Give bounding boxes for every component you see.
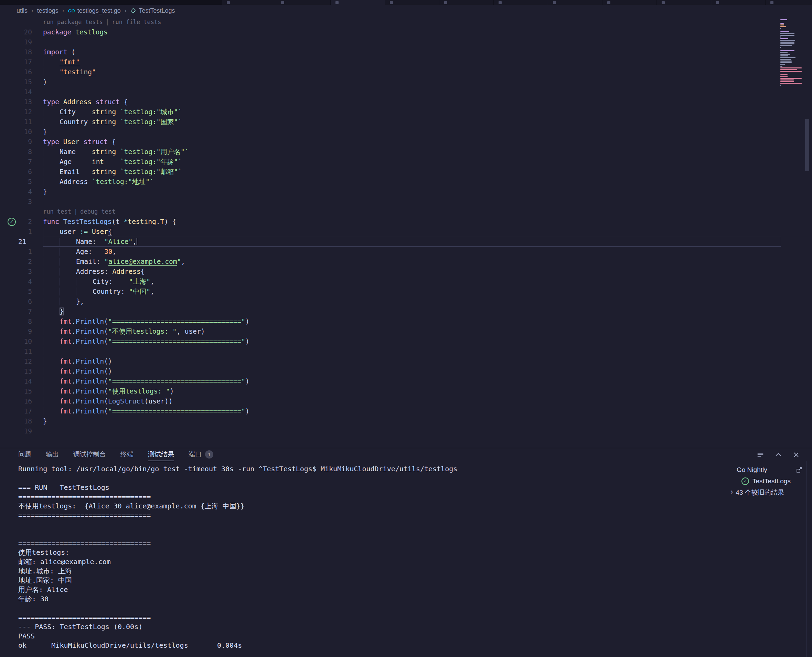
code-line[interactable]: 3 [0, 197, 812, 207]
editor-tab[interactable] [711, 0, 765, 5]
code-line[interactable]: 6 }, [0, 296, 812, 307]
code-line[interactable]: 13 fmt.Println() [0, 366, 812, 376]
editor-tab[interactable] [222, 0, 276, 5]
editor-tab[interactable] [548, 0, 602, 5]
panel-tab-problems[interactable]: 问题 [18, 448, 31, 461]
breadcrumb-item-testtestlogs[interactable]: TestTestLogs [130, 7, 175, 14]
open-test-result-icon[interactable] [795, 466, 803, 474]
minimap-line [780, 25, 784, 25]
code-line[interactable]: 18} [0, 416, 812, 426]
code-line[interactable]: 12 fmt.Println() [0, 357, 812, 366]
editor-tab[interactable] [440, 0, 494, 5]
code-token: struct [96, 98, 120, 106]
editor-tab[interactable] [385, 0, 440, 5]
line-number: 15 [0, 77, 43, 87]
code-token: package [43, 28, 71, 36]
code-line[interactable]: 6 Email string `testlog:"邮箱"` [0, 167, 812, 177]
line-gutter: 15 [0, 77, 43, 87]
bracket-match: } [59, 308, 64, 315]
code-line[interactable]: 19 [0, 37, 812, 47]
codelens-link[interactable]: run package tests [43, 17, 103, 27]
breadcrumb-item-utils[interactable]: utils [17, 7, 28, 14]
line-gutter: 15 [0, 386, 43, 396]
code-line[interactable]: 9 fmt.Println("不使用testlogs: ", user) [0, 327, 812, 336]
code-token: Println [76, 397, 104, 405]
codelens-link[interactable]: run file tests [112, 17, 161, 27]
code-line[interactable]: 7 Age int `testlog:"年龄"` [0, 157, 812, 167]
code-token: ) { [164, 218, 176, 226]
code-token [88, 228, 92, 236]
breadcrumb-item-testlogs[interactable]: testlogs [37, 7, 59, 14]
panel-menu-icon[interactable] [756, 451, 765, 459]
code-line[interactable]: 5 Country: "中国", [0, 286, 812, 296]
code-token: } [43, 188, 47, 196]
editor[interactable]: run package tests|run file tests20packag… [0, 17, 812, 448]
line-number: 10 [0, 336, 43, 346]
editor-scrollbar[interactable] [805, 119, 809, 171]
code-line[interactable]: 14 [0, 87, 812, 97]
code-token: Age: [76, 248, 104, 255]
test-result-item[interactable]: ✓ TestTestLogs [727, 475, 812, 487]
editor-tab[interactable] [330, 0, 385, 5]
older-results-item[interactable]: › 43 个较旧的结果 [727, 487, 812, 498]
editor-tab[interactable] [276, 0, 330, 5]
code-line[interactable]: ✓2func TestTestLogs(t *testing.T) { [0, 217, 812, 227]
code-line[interactable]: 7 } [0, 307, 812, 316]
code-line[interactable]: 14 fmt.Println("========================… [0, 376, 812, 386]
panel-tab-ports[interactable]: 端口1 [189, 448, 214, 461]
output-line: ================================ [18, 492, 727, 501]
line-gutter: 5 [0, 177, 43, 187]
code-line[interactable]: 1 Age: 30, [0, 247, 812, 257]
code-line[interactable]: 11 Country string `testlog:"国家"` [0, 117, 812, 127]
code-token: Println [76, 327, 104, 335]
panel-tab-output[interactable]: 输出 [46, 448, 59, 461]
breadcrumb[interactable]: utils›testlogs›GOtestlogs_test.go›TestTe… [0, 5, 812, 17]
breadcrumb-item-testlogs-test-go[interactable]: GOtestlogs_test.go [68, 7, 120, 14]
panel-tab-test-results[interactable]: 测试结果 [148, 448, 174, 461]
code-line[interactable]: 2 Email: "alice@example.com", [0, 257, 812, 266]
code-line[interactable]: 8 fmt.Println("=========================… [0, 316, 812, 327]
code-line[interactable]: 18import ( [0, 47, 812, 57]
code-line[interactable]: 13type Address struct { [0, 97, 812, 107]
code-line[interactable]: 16 fmt.Println(LogStruct(user)) [0, 396, 812, 406]
line-gutter: 10 [0, 127, 43, 137]
code-line[interactable]: 12 City string `testlog:"城市"` [0, 107, 812, 117]
code-line[interactable]: 17 fmt.Println("========================… [0, 406, 812, 416]
codelens-link[interactable]: debug test [80, 207, 115, 217]
code-line[interactable]: 15 fmt.Println("使用testlogs: ") [0, 386, 812, 396]
code-token: "testing" [59, 68, 96, 76]
panel-close-icon[interactable] [792, 451, 800, 459]
code-line[interactable]: 10} [0, 127, 812, 137]
code-line[interactable]: 16 "testing" [0, 67, 812, 77]
code-line[interactable]: 10 fmt.Println("========================… [0, 336, 812, 346]
code-line[interactable]: 17 "fmt" [0, 57, 812, 67]
editor-tab[interactable] [494, 0, 548, 5]
minimap-line [780, 81, 794, 82]
code-line[interactable]: 20package testlogs [0, 27, 812, 37]
code-line[interactable]: 5 Address `testlog:"地址"` [0, 177, 812, 187]
panel-tab-terminal[interactable]: 终端 [120, 448, 134, 461]
code-line[interactable]: 19 [0, 426, 812, 436]
code-line[interactable]: 1 user := User{ [0, 227, 812, 237]
codelens-link[interactable]: run test [43, 207, 71, 217]
minimap-line [780, 38, 788, 39]
code-line[interactable]: 4} [0, 187, 812, 197]
code-token: ( [104, 327, 108, 335]
code-line[interactable]: 3 Address: Address{ [0, 266, 812, 277]
test-pass-gutter-icon[interactable]: ✓ [8, 218, 16, 226]
code-token: ( [104, 397, 108, 405]
code-line[interactable]: 4 City: "上海", [0, 277, 812, 286]
minimap[interactable] [780, 19, 803, 88]
code-line[interactable]: 9type User struct { [0, 137, 812, 147]
editor-tab[interactable] [657, 0, 711, 5]
line-gutter: 11 [0, 117, 43, 127]
code-line[interactable]: 11 [0, 346, 812, 357]
panel-tab-debug-console[interactable]: 调试控制台 [73, 448, 106, 461]
code-line[interactable]: 8 Name string `testlog:"用户名"` [0, 147, 812, 157]
panel-maximize-icon[interactable] [774, 451, 782, 459]
editor-tab[interactable] [602, 0, 657, 5]
editor-tab[interactable] [765, 0, 812, 5]
code-token: . [72, 367, 76, 375]
code-line[interactable]: 21 Name: "Alice", [0, 237, 812, 247]
code-line[interactable]: 15) [0, 77, 812, 87]
